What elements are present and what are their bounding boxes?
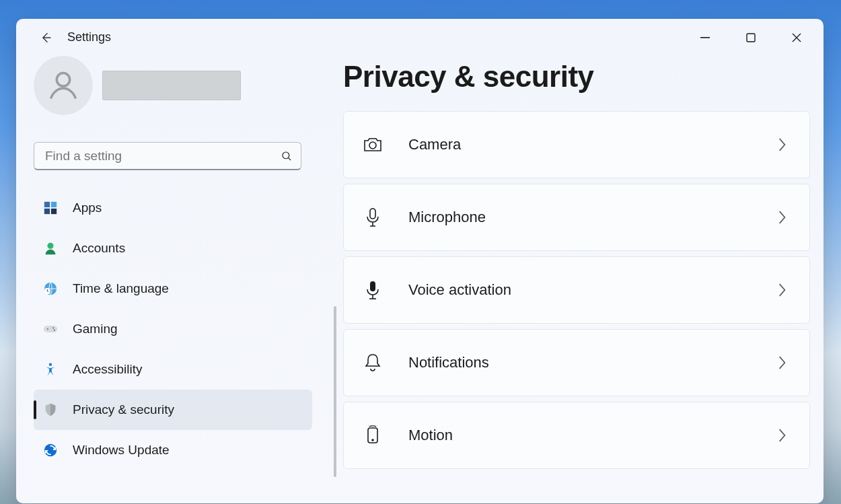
svg-point-14: [54, 330, 55, 331]
maximize-button[interactable]: [728, 24, 774, 52]
back-button[interactable]: [36, 28, 55, 47]
back-arrow-icon: [39, 31, 52, 44]
chevron-right-icon: [777, 283, 787, 297]
sidebar-item-windows-update[interactable]: Windows Update: [34, 430, 312, 470]
svg-rect-4: [44, 202, 50, 207]
app-title: Settings: [67, 30, 111, 44]
svg-rect-0: [700, 37, 710, 38]
card-label: Voice activation: [408, 281, 511, 299]
card-microphone[interactable]: Microphone: [343, 184, 810, 251]
sidebar-item-label: Gaming: [73, 322, 118, 336]
settings-cards: Camera Microphone: [343, 111, 810, 469]
card-label: Camera: [408, 136, 461, 153]
avatar: [34, 56, 93, 115]
card-label: Microphone: [408, 209, 486, 226]
accessibility-icon: [43, 362, 58, 377]
search-container: [34, 142, 301, 170]
close-button[interactable]: [774, 24, 819, 52]
main-panel: Privacy & security Camera Microphone: [326, 56, 824, 503]
close-icon: [792, 33, 801, 42]
time-language-icon: [43, 281, 58, 296]
sidebar-item-time-language[interactable]: Time & language: [34, 268, 312, 309]
settings-window: Settings: [16, 19, 824, 503]
svg-point-25: [372, 439, 373, 441]
sidebar-item-label: Apps: [73, 201, 102, 215]
accounts-icon: [43, 241, 58, 256]
minimize-button[interactable]: [682, 24, 728, 52]
svg-rect-1: [747, 34, 755, 42]
card-camera[interactable]: Camera: [343, 111, 810, 178]
sidebar-item-label: Time & language: [73, 281, 169, 296]
camera-icon: [363, 135, 383, 155]
page-title: Privacy & security: [343, 60, 810, 94]
nav-list: Apps Accounts Time & language: [34, 188, 326, 470]
svg-point-17: [369, 142, 376, 149]
card-motion[interactable]: Motion: [343, 402, 810, 469]
card-notifications[interactable]: Notifications: [343, 329, 810, 396]
windows-update-icon: [43, 443, 58, 458]
minimize-icon: [700, 37, 710, 38]
chevron-right-icon: [777, 355, 787, 370]
gaming-icon: [43, 322, 58, 336]
chevron-right-icon: [777, 137, 787, 152]
user-profile[interactable]: [34, 56, 326, 115]
sidebar-item-label: Accounts: [73, 241, 125, 256]
sidebar-item-label: Privacy & security: [73, 402, 174, 417]
svg-point-12: [47, 328, 48, 330]
sidebar-item-accessibility[interactable]: Accessibility: [34, 349, 312, 390]
microphone-icon: [363, 207, 383, 227]
title-bar: Settings: [16, 19, 824, 56]
search-field[interactable]: [34, 142, 301, 170]
svg-rect-21: [370, 281, 375, 291]
sidebar: Apps Accounts Time & language: [16, 56, 326, 503]
maximize-icon: [746, 33, 756, 42]
svg-rect-5: [51, 202, 57, 207]
sidebar-item-apps[interactable]: Apps: [34, 188, 312, 228]
sidebar-item-label: Accessibility: [73, 362, 142, 377]
svg-rect-18: [370, 209, 375, 219]
user-icon: [46, 68, 81, 103]
sidebar-item-accounts[interactable]: Accounts: [34, 228, 312, 268]
svg-point-13: [52, 327, 54, 328]
svg-rect-6: [44, 209, 50, 214]
svg-point-15: [49, 363, 52, 365]
card-label: Notifications: [408, 354, 489, 371]
apps-icon: [43, 201, 58, 215]
sidebar-item-label: Windows Update: [73, 443, 170, 458]
search-icon: [281, 150, 293, 162]
svg-rect-22: [372, 295, 373, 299]
chevron-right-icon: [777, 210, 787, 225]
content-area: Apps Accounts Time & language: [16, 56, 824, 503]
voice-activation-icon: [363, 280, 383, 300]
search-input[interactable]: [44, 148, 281, 164]
card-voice-activation[interactable]: Voice activation: [343, 256, 810, 324]
motion-icon: [363, 425, 383, 445]
svg-rect-11: [44, 326, 57, 332]
svg-rect-23: [369, 298, 376, 299]
sidebar-item-gaming[interactable]: Gaming: [34, 309, 312, 349]
chevron-right-icon: [777, 428, 787, 443]
sidebar-item-privacy-security[interactable]: Privacy & security: [34, 390, 312, 430]
bell-icon: [363, 353, 383, 373]
card-label: Motion: [408, 427, 453, 444]
window-controls: [682, 24, 819, 52]
svg-point-3: [283, 152, 289, 159]
svg-rect-7: [51, 209, 57, 214]
user-name-redacted: [102, 71, 241, 100]
svg-point-8: [47, 243, 53, 249]
svg-point-2: [57, 73, 70, 86]
shield-icon: [43, 402, 58, 417]
